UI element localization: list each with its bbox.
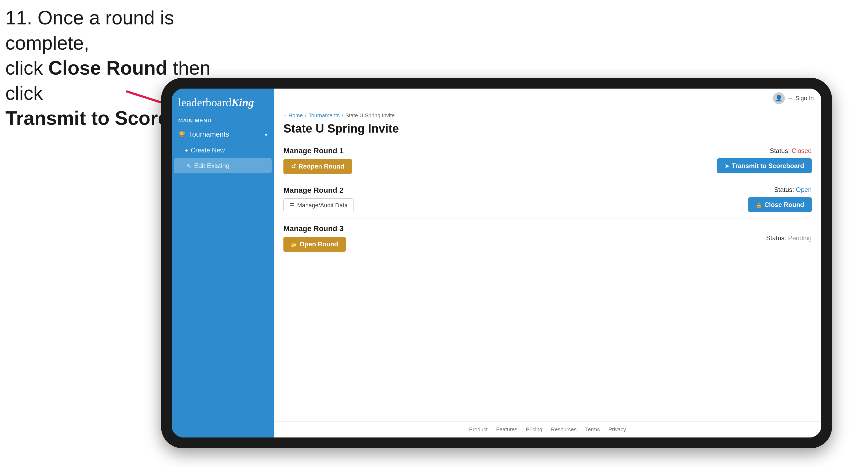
round-2-title: Manage Round 2 — [283, 186, 354, 195]
transmit-to-scoreboard-button[interactable]: Transmit to Scoreboard — [717, 158, 812, 174]
breadcrumb-home[interactable]: Home — [288, 113, 303, 119]
sidebar-section-label: MAIN MENU — [172, 114, 274, 126]
round-1-status: Status: Closed — [770, 147, 812, 155]
edit-icon — [187, 162, 191, 169]
round-1-title: Manage Round 1 — [283, 147, 352, 155]
round-2-left: Manage Round 2 Manage/Audit Data — [283, 186, 354, 212]
sign-in-area[interactable]: Sign In — [773, 92, 814, 104]
round-row-1: Manage Round 1 Reopen Round Status: Clos… — [283, 141, 812, 180]
footer-resources[interactable]: Resources — [551, 427, 577, 433]
app-logo: leaderboardKing — [172, 89, 274, 114]
transmit-icon — [725, 162, 729, 169]
tablet-device: leaderboardKing MAIN MENU Tournaments — [161, 78, 832, 448]
round-2-status: Status: Open — [774, 186, 812, 193]
close-round-label: Close Round — [765, 201, 804, 209]
round-1-status-value: Closed — [792, 147, 812, 154]
trophy-icon — [178, 130, 185, 138]
tablet-screen: leaderboardKing MAIN MENU Tournaments — [172, 89, 821, 437]
sidebar: leaderboardKing MAIN MENU Tournaments — [172, 89, 274, 437]
sign-in-label: Sign In — [796, 95, 814, 102]
user-icon — [775, 95, 782, 102]
breadcrumb-tournaments[interactable]: Tournaments — [309, 113, 340, 119]
sidebar-menu: Tournaments Create New Edit Existing — [172, 126, 274, 174]
chevron-down-icon — [265, 130, 267, 138]
footer-features[interactable]: Features — [496, 427, 518, 433]
sidebar-tournaments-left: Tournaments — [178, 130, 229, 138]
footer-product[interactable]: Product — [469, 427, 488, 433]
sidebar-item-tournaments[interactable]: Tournaments — [172, 126, 274, 143]
breadcrumb-sep1: / — [305, 113, 307, 119]
breadcrumb: Home / Tournaments / State U Spring Invi… — [274, 108, 821, 120]
round-3-status-value: Pending — [788, 234, 812, 242]
footer-terms[interactable]: Terms — [585, 427, 599, 433]
round-3-left: Manage Round 3 Open Round — [283, 224, 346, 252]
round-2-right: Status: Open Close Round — [748, 186, 812, 212]
sidebar-edit-existing-label: Edit Existing — [194, 162, 229, 169]
footer-pricing[interactable]: Pricing — [526, 427, 542, 433]
reopen-round-button[interactable]: Reopen Round — [283, 159, 352, 174]
round-1-left: Manage Round 1 Reopen Round — [283, 147, 352, 174]
main-content: Sign In Home / Tournaments / State U Spr… — [274, 89, 821, 437]
logo-text: leaderboardKing — [178, 96, 267, 109]
sidebar-item-create-new[interactable]: Create New — [172, 143, 274, 158]
round-3-status: Status: Pending — [766, 234, 812, 242]
open-round-button[interactable]: Open Round — [283, 237, 346, 252]
logo-prefix: leaderboard — [178, 96, 231, 109]
breadcrumb-current: State U Spring Invite — [345, 113, 395, 119]
logo-suffix: King — [231, 96, 254, 109]
round-row-2: Manage Round 2 Manage/Audit Data Status:… — [283, 180, 812, 218]
lock-icon — [756, 201, 762, 209]
close-round-button[interactable]: Close Round — [748, 197, 812, 212]
sidebar-tournaments-label: Tournaments — [189, 130, 229, 138]
breadcrumb-sep2: / — [342, 113, 343, 119]
signin-icon — [787, 95, 793, 102]
instruction-line1: 11. Once a round is complete, — [5, 7, 174, 54]
transmit-label: Transmit to Scoreboard — [732, 162, 804, 169]
sidebar-item-edit-existing[interactable]: Edit Existing — [174, 158, 272, 174]
footer-privacy[interactable]: Privacy — [609, 427, 626, 433]
page-title: State U Spring Invite — [274, 120, 821, 141]
instruction-bold1: Close Round — [48, 57, 167, 79]
round-2-status-value: Open — [796, 186, 812, 193]
app-container: leaderboardKing MAIN MENU Tournaments — [172, 89, 821, 437]
plus-icon — [185, 147, 188, 154]
open-icon — [291, 241, 297, 248]
audit-icon — [289, 202, 294, 209]
round-1-right: Status: Closed Transmit to Scoreboard — [717, 147, 812, 174]
round-3-title: Manage Round 3 — [283, 224, 346, 233]
refresh-icon — [291, 163, 296, 170]
top-bar: Sign In — [274, 89, 821, 108]
round-3-right: Status: Pending — [766, 234, 812, 242]
manage-audit-label: Manage/Audit Data — [297, 202, 348, 209]
reopen-round-label: Reopen Round — [299, 163, 344, 170]
round-row-3: Manage Round 3 Open Round Status: Pendin… — [283, 218, 812, 258]
avatar — [773, 92, 785, 104]
open-round-label: Open Round — [300, 241, 338, 248]
rounds-container: Manage Round 1 Reopen Round Status: Clos… — [274, 141, 821, 422]
footer: Product Features Pricing Resources Terms… — [274, 422, 821, 437]
home-icon — [283, 113, 286, 119]
manage-audit-data-button[interactable]: Manage/Audit Data — [283, 198, 354, 212]
sidebar-create-new-label: Create New — [191, 147, 225, 154]
